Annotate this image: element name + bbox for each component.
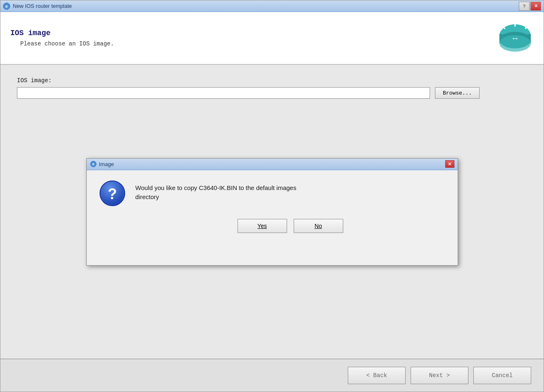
dialog-title-left: e Image: [90, 161, 114, 167]
svg-line-4: [499, 23, 505, 29]
title-bar-left: e New IOS router template: [3, 2, 72, 10]
help-button[interactable]: ?: [519, 2, 530, 11]
svg-text:?: ?: [108, 185, 117, 202]
header-title: IOS image: [10, 29, 496, 37]
next-button[interactable]: Next >: [411, 367, 468, 384]
header-subtitle: Please choose an IOS image.: [20, 40, 496, 47]
app-icon: e: [3, 2, 10, 10]
image-dialog: e Image ✕: [86, 158, 458, 266]
title-bar: e New IOS router template ? ✕: [0, 0, 544, 12]
back-button[interactable]: < Back: [348, 367, 406, 384]
router-icon: ↔: [496, 19, 534, 57]
title-bar-buttons: ? ✕: [519, 2, 541, 11]
router-icon-container: ↔: [496, 19, 534, 57]
window-close-button[interactable]: ✕: [530, 2, 541, 11]
dialog-close-button[interactable]: ✕: [445, 160, 454, 168]
dialog-message-line1: Would you like to copy C3640-IK.BIN to t…: [135, 184, 297, 191]
dialog-overlay: e Image ✕: [0, 65, 544, 359]
svg-text:e: e: [5, 5, 8, 9]
header-text: IOS image Please choose an IOS image.: [10, 29, 496, 47]
dialog-body: ? Would you like to copy C3640-IK.BIN to…: [87, 170, 458, 245]
svg-text:e: e: [92, 162, 94, 166]
dialog-title-text: Image: [99, 161, 114, 167]
content-area: IOS image: Browse... e Image ✕: [0, 65, 544, 359]
dialog-message-line2: directory: [135, 193, 159, 200]
footer-area: < Back Next > Cancel: [0, 359, 544, 392]
dialog-message: Would you like to copy C3640-IK.BIN to t…: [135, 180, 297, 202]
dialog-content-row: ? Would you like to copy C3640-IK.BIN to…: [99, 180, 297, 207]
dialog-buttons: Yes No: [99, 219, 445, 233]
dialog-app-icon: e: [90, 161, 97, 167]
question-icon: ?: [99, 180, 126, 207]
svg-text:↔: ↔: [513, 34, 518, 43]
yes-button[interactable]: Yes: [238, 219, 287, 233]
cancel-button[interactable]: Cancel: [473, 367, 531, 384]
header-area: IOS image Please choose an IOS image. ↔: [0, 12, 544, 65]
main-window: e New IOS router template ? ✕ IOS image …: [0, 0, 544, 392]
no-button[interactable]: No: [294, 219, 343, 233]
svg-line-6: [525, 23, 530, 29]
window-title: New IOS router template: [13, 3, 72, 9]
dialog-titlebar: e Image ✕: [87, 159, 458, 170]
